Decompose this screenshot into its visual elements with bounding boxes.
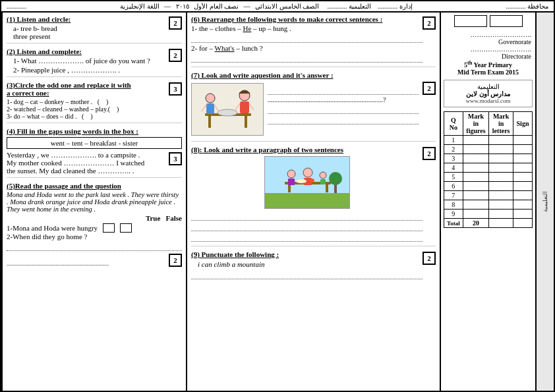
q3-line3: 3- do – what – does – did . ( ) <box>7 113 169 120</box>
q1-line-c: three present <box>13 32 169 40</box>
q5-title: (5)Read the passage and the question <box>7 182 182 190</box>
cell-ml5 <box>489 173 513 182</box>
q5-tf-header: True False <box>146 214 182 222</box>
total-label: Total <box>444 219 463 228</box>
governorate-label: ………………………. Governorate <box>445 31 531 45</box>
q5-q1-false-box[interactable] <box>120 223 132 233</box>
cell-ml2 <box>489 145 513 154</box>
svg-point-17 <box>287 170 295 178</box>
cell-s5 <box>513 173 533 182</box>
q6-line1: 1- the – clothes – He – up – hung . <box>191 24 423 32</box>
cell-s3 <box>513 154 533 163</box>
grade-row-4: 4 <box>444 163 533 173</box>
q8-dots1 <box>191 211 423 221</box>
cell-mf6 <box>463 182 489 191</box>
q4-line1: Yesterday , we ………………. to a campsite . <box>7 151 169 159</box>
cell-s4 <box>513 163 533 173</box>
cell-ml4 <box>489 163 513 173</box>
cell-ml1 <box>489 136 513 145</box>
svg-line-10 <box>235 103 240 110</box>
top-box-2 <box>490 15 523 27</box>
q8-image <box>264 156 350 209</box>
logo-name: مدارس أون لاين <box>447 90 529 98</box>
q2-section: (2) Listen and complete: 1- What ……………….… <box>7 47 182 77</box>
exam-page: محافظة ............ إدارة ............ ا… <box>0 0 555 392</box>
q9-section: (9) Punctuate the following : i can clim… <box>191 250 436 283</box>
cell-q9: 9 <box>444 210 463 219</box>
svg-point-3 <box>218 109 237 116</box>
q4-line3: the sunset. My dad cleaned the ………….. . <box>7 167 169 175</box>
grade-row-6: 6 <box>444 182 533 191</box>
q8-score: 2 <box>423 147 436 160</box>
cell-mf8 <box>463 200 489 210</box>
q8-title: (8): Look and write a paragraph of two s… <box>191 146 423 154</box>
header-center: إدارة ............ التعليمية ...........… <box>120 3 413 10</box>
grade-table-container: QNo Markinfigures Markinletters Sign 1 2 <box>441 110 535 229</box>
cell-s6 <box>513 182 533 191</box>
total-score: 20 <box>463 219 489 228</box>
cell-q3: 3 <box>444 154 463 163</box>
q5-dots: ........................................… <box>7 260 109 267</box>
q7-answer-area: ........................................… <box>268 80 419 126</box>
q6-score: 2 <box>423 16 436 30</box>
q7-dots2 <box>268 105 419 114</box>
cell-q2: 2 <box>444 145 463 154</box>
cell-s2 <box>513 145 533 154</box>
q2-content: (2) Listen and complete: 1- What ……………….… <box>7 47 169 74</box>
q7-score: 2 <box>423 82 436 95</box>
grade-row-3: 3 <box>444 154 533 163</box>
q7-dots3 <box>268 115 419 125</box>
cell-mf7 <box>463 191 489 200</box>
q7-title: (7) Look and write aquestion and it's an… <box>191 71 436 79</box>
q7-section: (7) Look and write aquestion and it's an… <box>191 71 436 142</box>
q4-wordbox: went – tent – breakfast - sister <box>7 137 182 149</box>
q8-dots3 <box>191 233 423 242</box>
q4-content: Yesterday , we ………………. to a campsite . M… <box>7 151 169 175</box>
q8-dots2 <box>191 222 423 231</box>
year-label: 5th Year Primary <box>445 60 531 69</box>
cell-s9 <box>513 210 533 219</box>
cell-q5: 5 <box>444 173 463 182</box>
cell-s8 <box>513 200 533 210</box>
cell-mf3 <box>463 154 489 163</box>
svg-point-26 <box>329 172 342 185</box>
q5-score: 2 <box>169 254 182 267</box>
q6-dots1 <box>191 34 423 43</box>
grade-row-9: 9 <box>444 210 533 219</box>
q1-content: (1) Listen and circle: a- tree b- bread … <box>7 15 169 40</box>
grade-row-1: 1 <box>444 136 533 145</box>
q3-line2: 2- watched – cleaned – washed – play.( ) <box>7 105 169 113</box>
svg-rect-22 <box>320 179 326 184</box>
grade-row-2: 2 <box>444 145 533 154</box>
header-left: ............ <box>7 3 26 10</box>
q5-q1-text: 1-Mona and Hoda were hungry <box>7 224 98 232</box>
gov-info: ………………………. Governorate ………………………. Direct… <box>441 30 535 77</box>
q5-text: Mona and Hoda went to the park last week… <box>7 191 182 213</box>
q8-illustration <box>265 157 349 208</box>
q7-question-mark: ........................................… <box>268 96 419 103</box>
q2-line1: 1- What ………………. of juice do you want ? <box>13 57 169 65</box>
cell-s7 <box>513 191 533 200</box>
svg-rect-15 <box>288 184 291 192</box>
q1-line-a: a- tree b- bread <box>13 24 169 32</box>
mid-column: (6) Rearrange the following words to mak… <box>186 13 440 391</box>
col-sign: Sign <box>513 112 533 136</box>
cell-mf1 <box>463 136 489 145</box>
q9-score: 2 <box>423 252 436 265</box>
header-right: محافظة ............ <box>506 3 549 10</box>
far-right-label: التعليمية <box>542 191 548 212</box>
svg-point-21 <box>320 172 326 179</box>
q6-line2: 2- for – What's – lunch ? <box>191 44 423 52</box>
q1-score: 2 <box>169 16 182 30</box>
q5-q1-true-box[interactable] <box>103 223 115 233</box>
logo-area: التعليمية مدارس أون لاين www.modarsl.com <box>444 80 533 107</box>
q3-section: (3)Circle the odd one and replace it wit… <box>7 81 182 123</box>
q5-q1-row: 1-Mona and Hoda were hungry <box>7 223 182 233</box>
col-mark-letters: Markinletters <box>489 112 513 136</box>
cell-ml6 <box>489 182 513 191</box>
q7-image <box>191 83 264 136</box>
svg-rect-12 <box>265 193 349 208</box>
cell-mf9 <box>463 210 489 219</box>
header: محافظة ............ إدارة ............ ا… <box>1 1 554 13</box>
q3-line1: 1- dog – cat – donkey – mother . ( ) <box>7 98 169 105</box>
